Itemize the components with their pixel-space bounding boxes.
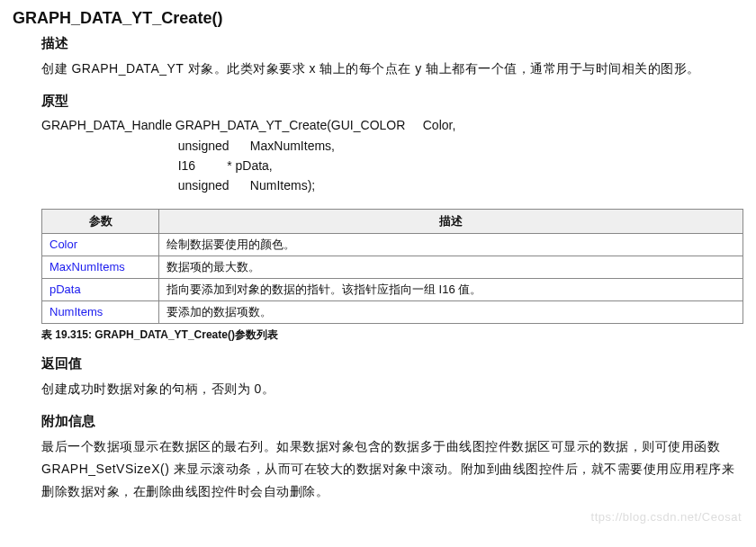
heading-prototype: 原型 — [41, 93, 743, 110]
watermark-text: ttps://blog.csdn.net/Ceosat — [591, 510, 742, 524]
heading-description: 描述 — [41, 35, 743, 52]
table-caption: 表 19.315: GRAPH_DATA_YT_Create()参数列表 — [41, 327, 743, 343]
param-name: MaxNumItems — [42, 256, 159, 278]
table-row: MaxNumItems 数据项的最大数。 — [42, 256, 743, 278]
section-additional: 附加信息 最后一个数据项显示在数据区的最右列。如果数据对象包含的数据多于曲线图控… — [41, 413, 743, 504]
code-prototype: GRAPH_DATA_Handle GRAPH_DATA_YT_Create(G… — [41, 115, 743, 196]
section-return: 返回值 创建成功时数据对象的句柄，否则为 0。 — [41, 355, 743, 400]
param-desc: 要添加的数据项数。 — [159, 300, 743, 323]
col-header-desc: 描述 — [159, 209, 743, 233]
params-table: 参数 描述 Color 绘制数据要使用的颜色。 MaxNumItems 数据项的… — [41, 209, 743, 324]
section-description: 描述 创建 GRAPH_DATA_YT 对象。此类对象要求 x 轴上的每个点在 … — [41, 35, 743, 80]
section-prototype: 原型 GRAPH_DATA_Handle GRAPH_DATA_YT_Creat… — [41, 93, 743, 343]
param-desc: 绘制数据要使用的颜色。 — [159, 233, 743, 256]
param-desc: 数据项的最大数。 — [159, 256, 743, 278]
col-header-param: 参数 — [42, 209, 159, 233]
param-name: NumItems — [42, 300, 159, 323]
param-name: Color — [42, 233, 159, 256]
param-name: pData — [42, 278, 159, 300]
text-description: 创建 GRAPH_DATA_YT 对象。此类对象要求 x 轴上的每个点在 y 轴… — [41, 58, 743, 80]
text-additional: 最后一个数据项显示在数据区的最右列。如果数据对象包含的数据多于曲线图控件数据区可… — [41, 435, 743, 504]
text-return: 创建成功时数据对象的句柄，否则为 0。 — [41, 378, 743, 400]
heading-return: 返回值 — [41, 355, 743, 372]
table-row: pData 指向要添加到对象的数据的指针。该指针应指向一组 I16 值。 — [42, 278, 743, 300]
table-row: NumItems 要添加的数据项数。 — [42, 300, 743, 323]
page-title: GRAPH_DATA_YT_Create() — [13, 9, 743, 28]
param-desc: 指向要添加到对象的数据的指针。该指针应指向一组 I16 值。 — [159, 278, 743, 300]
table-row: Color 绘制数据要使用的颜色。 — [42, 233, 743, 256]
heading-additional: 附加信息 — [41, 413, 743, 430]
